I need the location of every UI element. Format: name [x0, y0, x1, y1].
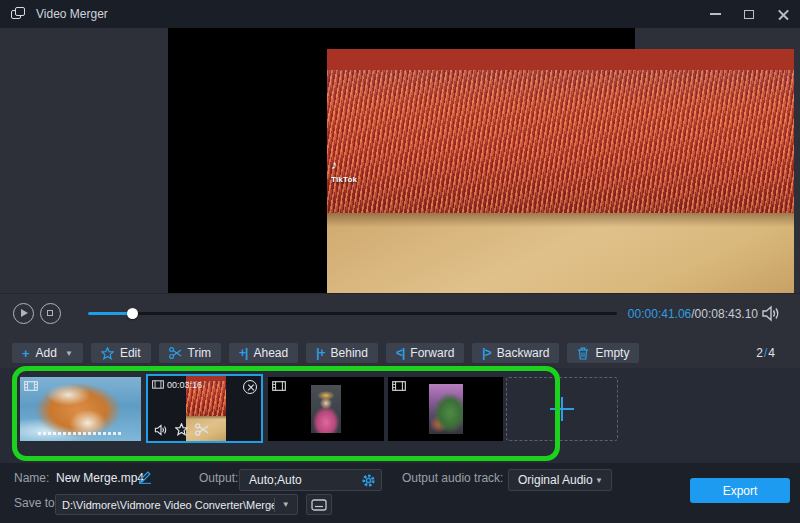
- empty-button[interactable]: Empty: [567, 343, 639, 363]
- trim-button[interactable]: Trim: [159, 343, 222, 363]
- edit-button[interactable]: Edit: [91, 343, 151, 363]
- tiktok-watermark-label: TikTok: [331, 175, 357, 184]
- output-settings-button[interactable]: [355, 470, 381, 490]
- window-title: Video Merger: [36, 7, 108, 21]
- chevron-down-icon: ▼: [595, 476, 611, 485]
- pencil-icon: [138, 470, 152, 484]
- play-icon: [21, 309, 28, 317]
- tiktok-note-icon: ♪: [331, 158, 357, 172]
- speaker-icon: [761, 305, 781, 322]
- close-button[interactable]: [766, 0, 800, 28]
- plus-icon: [550, 397, 574, 421]
- counter-current: 2: [756, 346, 763, 360]
- film-icon: [392, 381, 406, 391]
- ahead-button[interactable]: +| Ahead: [229, 343, 298, 363]
- clip-edit-icon[interactable]: [175, 423, 188, 436]
- name-value: New Merge.mp4: [56, 471, 144, 485]
- behind-label: Behind: [331, 346, 368, 360]
- clip-duration: 00:03:16: [167, 380, 202, 390]
- player-controls: 00:00:41.06/00:08:43.10: [0, 293, 800, 337]
- gear-icon: [361, 473, 376, 488]
- close-icon: [778, 9, 789, 20]
- chevron-down-icon: ▼: [65, 349, 73, 358]
- play-button[interactable]: [13, 303, 34, 324]
- timeline-clip-flowers-selected[interactable]: 00:03:16: [146, 374, 263, 443]
- output-format-field[interactable]: Auto;Auto: [239, 469, 382, 491]
- stop-icon: [47, 310, 53, 316]
- export-button[interactable]: Export: [690, 478, 790, 503]
- edit-label: Edit: [120, 346, 141, 360]
- add-button[interactable]: + Add ▼: [12, 343, 83, 363]
- remove-clip-button[interactable]: [243, 380, 257, 394]
- behind-button[interactable]: |+ Behind: [306, 343, 378, 363]
- save-path-select[interactable]: D:\Vidmore\Vidmore Video Converter\Merge…: [55, 494, 298, 515]
- edit-toolbar: + Add ▼ Edit Trim +|: [0, 337, 800, 368]
- timeline-clip-cat[interactable]: [20, 377, 141, 441]
- minimize-button[interactable]: [698, 0, 732, 28]
- rename-button[interactable]: [138, 470, 152, 487]
- scissors-icon: [169, 347, 182, 359]
- green-scene-thumbnail: [429, 384, 463, 434]
- stop-button[interactable]: [40, 303, 61, 324]
- backward-button[interactable]: |> Backward: [472, 343, 559, 363]
- timeline-panel: 00:03:16: [0, 368, 800, 463]
- current-time: 00:00:41.06: [628, 307, 691, 321]
- name-label: Name:: [14, 471, 49, 485]
- export-label: Export: [723, 484, 758, 498]
- seek-slider[interactable]: [88, 304, 617, 322]
- clip-badges: [154, 423, 209, 436]
- add-clip-slot[interactable]: [506, 377, 618, 441]
- output-format-value: Auto;Auto: [240, 473, 311, 487]
- folder-icon: [311, 499, 327, 511]
- trim-label: Trim: [188, 346, 212, 360]
- timeline-clip-princess[interactable]: [268, 377, 384, 441]
- audio-track-dropdown[interactable]: Original Audio ▼: [508, 469, 612, 491]
- time-display: 00:00:41.06/00:08:43.10: [628, 307, 758, 321]
- insert-ahead-icon: +|: [239, 347, 247, 359]
- ahead-label: Ahead: [253, 346, 288, 360]
- film-icon: [24, 381, 38, 391]
- app-icon: [11, 7, 27, 21]
- output-label: Output:: [199, 471, 238, 485]
- output-settings-bar: Name: New Merge.mp4 Output: Auto;Auto Ou…: [0, 463, 800, 523]
- film-icon: [152, 380, 164, 389]
- volume-button[interactable]: [761, 305, 781, 323]
- move-backward-icon: |>: [482, 347, 490, 359]
- video-frame: ♪ TikTok: [327, 49, 794, 314]
- preview-area: ♪ TikTok: [0, 28, 800, 293]
- counter-total: 4: [768, 346, 775, 360]
- maximize-button[interactable]: [732, 0, 766, 28]
- move-forward-icon: <|: [396, 347, 404, 359]
- audio-track-value: Original Audio: [509, 473, 595, 487]
- maximize-icon: [744, 10, 754, 19]
- cat-thumbnail: [20, 377, 141, 441]
- clip-trim-icon[interactable]: [195, 423, 209, 436]
- seek-fill: [88, 312, 132, 315]
- insert-behind-icon: |+: [316, 347, 324, 359]
- seek-handle[interactable]: [127, 308, 138, 319]
- browse-folder-button[interactable]: [306, 494, 332, 515]
- clip-counter: 2/4: [756, 346, 775, 360]
- cat-caption-watermark: [38, 432, 123, 435]
- empty-label: Empty: [595, 346, 629, 360]
- minimize-icon: [710, 13, 721, 15]
- film-icon: [272, 381, 286, 391]
- save-path-value: D:\Vidmore\Vidmore Video Converter\Merge…: [56, 499, 274, 511]
- tiktok-watermark: ♪ TikTok: [331, 158, 357, 185]
- total-time: /00:08:43.10: [691, 307, 758, 321]
- video-merger-window: Video Merger ♪ TikTok: [0, 0, 800, 523]
- chevron-down-icon: ▼: [274, 500, 297, 509]
- add-label: Add: [36, 346, 57, 360]
- forward-label: Forward: [410, 346, 454, 360]
- forward-button[interactable]: <| Forward: [386, 343, 464, 363]
- titlebar: Video Merger: [0, 0, 800, 28]
- preview-stage: ♪ TikTok: [168, 28, 635, 293]
- princess-thumbnail: [311, 385, 341, 433]
- audio-track-label: Output audio track:: [402, 471, 503, 485]
- backward-label: Backward: [497, 346, 550, 360]
- seek-track: [88, 312, 617, 315]
- magic-star-icon: [101, 347, 114, 360]
- plus-icon: +: [22, 347, 30, 360]
- clip-audio-icon[interactable]: [154, 424, 168, 436]
- timeline-clip-green-scene[interactable]: [388, 377, 503, 441]
